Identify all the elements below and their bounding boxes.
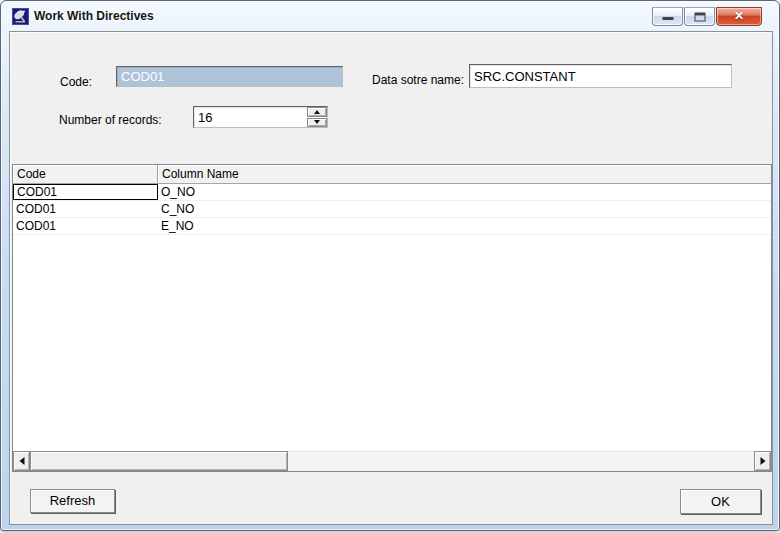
horizontal-scrollbar[interactable]	[13, 451, 771, 471]
code-input	[116, 66, 343, 87]
column-header-column-name[interactable]: Column Name	[158, 165, 771, 183]
records-spinner	[307, 107, 327, 127]
spinner-up-button[interactable]	[307, 107, 327, 117]
directives-list: Code Column Name COD01 O_NO COD01 C_NO C…	[12, 164, 772, 472]
minimize-icon	[662, 17, 673, 20]
number-of-records-label: Number of records:	[59, 112, 162, 128]
satellite-dish-icon[interactable]	[12, 8, 29, 25]
data-store-name-input[interactable]	[469, 64, 732, 88]
table-cell[interactable]: C_NO	[158, 201, 771, 217]
code-label: Code:	[60, 74, 92, 90]
table-cell[interactable]: COD01	[13, 218, 158, 234]
dialog-client-area: Code: Data sotre name: Number of records…	[9, 31, 773, 525]
minimize-button[interactable]	[652, 7, 683, 26]
ok-button[interactable]: OK	[680, 489, 761, 514]
table-row[interactable]: COD01 C_NO	[13, 201, 771, 218]
list-header: Code Column Name	[13, 165, 771, 184]
scroll-right-arrow-icon[interactable]	[754, 451, 771, 471]
table-cell[interactable]: COD01	[13, 184, 158, 200]
table-cell[interactable]: COD01	[13, 201, 158, 217]
scroll-left-arrow-icon[interactable]	[13, 451, 30, 471]
spinner-down-button[interactable]	[307, 118, 327, 128]
maximize-button[interactable]	[684, 7, 715, 26]
close-icon: ✕	[717, 9, 761, 23]
maximize-icon	[694, 12, 705, 21]
scrollbar-thumb[interactable]	[30, 451, 288, 471]
data-store-name-label: Data sotre name:	[372, 72, 464, 88]
table-row[interactable]: COD01 O_NO	[13, 184, 771, 201]
table-row[interactable]: COD01 E_NO	[13, 218, 771, 235]
window-title: Work With Directives	[34, 9, 154, 23]
column-header-code[interactable]: Code	[13, 165, 158, 183]
caption-button-group: ✕	[651, 7, 762, 26]
dialog-window: Work With Directives ✕ Code: Data sotre …	[0, 0, 780, 531]
title-bar[interactable]: Work With Directives ✕	[1, 1, 779, 31]
refresh-button[interactable]: Refresh	[30, 489, 115, 513]
table-cell[interactable]: O_NO	[158, 184, 771, 200]
list-body: COD01 O_NO COD01 C_NO COD01 E_NO	[13, 184, 771, 235]
table-cell[interactable]: E_NO	[158, 218, 771, 234]
close-button[interactable]: ✕	[716, 7, 762, 26]
